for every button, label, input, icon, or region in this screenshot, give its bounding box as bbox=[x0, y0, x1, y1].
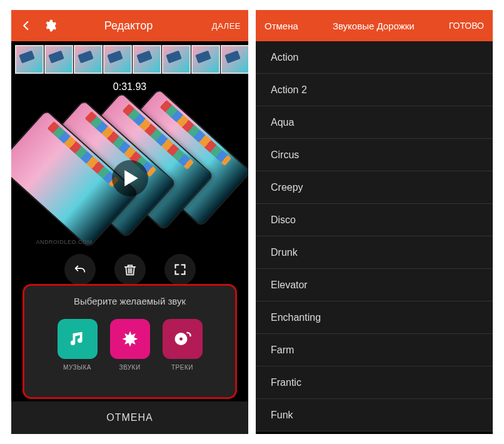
cancel-button[interactable]: ОТМЕНА bbox=[11, 401, 248, 434]
watermark: ANDROIDLEO.COM bbox=[36, 239, 93, 245]
editor-screen: Редактор ДАЛЕЕ 0:31.93 ANDROIDLE bbox=[11, 10, 248, 434]
fullscreen-button[interactable] bbox=[164, 254, 196, 285]
timeline-thumb[interactable] bbox=[191, 45, 220, 74]
undo-button[interactable] bbox=[64, 254, 96, 285]
timeline-thumb[interactable] bbox=[103, 45, 132, 74]
track-item[interactable]: Farm bbox=[256, 334, 493, 366]
next-button[interactable]: ДАЛЕЕ bbox=[212, 21, 241, 31]
track-item[interactable]: Aqua bbox=[256, 106, 493, 139]
video-preview[interactable]: ANDROIDLEO.COM bbox=[30, 110, 230, 246]
timecode: 0:31.93 bbox=[11, 81, 248, 93]
timeline-thumb[interactable] bbox=[221, 45, 248, 74]
sound-selection-panel: Выберите желаемый звук МУЗЫКА ЗВУКИ bbox=[23, 284, 237, 399]
tracks-icon bbox=[163, 319, 203, 359]
music-label: МУЗЫКА bbox=[58, 364, 98, 371]
track-item[interactable]: Frantic bbox=[256, 366, 493, 399]
play-icon[interactable] bbox=[112, 160, 148, 196]
tracks-option[interactable]: ТРЕКИ bbox=[163, 319, 203, 371]
done-button[interactable]: ГОТОВО bbox=[449, 21, 484, 31]
track-item[interactable]: Action bbox=[256, 41, 493, 74]
track-list[interactable]: Action Action 2 Aqua Circus Creepy Disco… bbox=[256, 41, 493, 431]
editor-header: Редактор ДАЛЕЕ bbox=[11, 10, 248, 41]
track-item[interactable]: Disco bbox=[256, 204, 493, 236]
tracks-header: Отмена Звуковые Дорожки ГОТОВО bbox=[256, 10, 493, 41]
timeline-thumb[interactable] bbox=[162, 45, 191, 74]
sounds-icon bbox=[110, 319, 150, 359]
timeline-thumb[interactable] bbox=[74, 45, 103, 74]
tracks-title: Звуковые Дорожки bbox=[333, 21, 415, 31]
track-item[interactable]: Enchanting bbox=[256, 301, 493, 334]
music-option[interactable]: МУЗЫКА bbox=[58, 319, 98, 371]
sounds-label: ЗВУКИ bbox=[110, 364, 150, 371]
track-item[interactable]: Drunk bbox=[256, 236, 493, 269]
timeline-thumb[interactable] bbox=[44, 45, 73, 74]
svg-point-1 bbox=[179, 338, 183, 341]
track-item[interactable]: Elevator bbox=[256, 269, 493, 301]
editor-title: Редактор bbox=[45, 19, 212, 33]
track-item[interactable]: Action 2 bbox=[256, 74, 493, 106]
track-item[interactable]: Creepy bbox=[256, 171, 493, 204]
timeline[interactable] bbox=[11, 41, 248, 75]
track-item[interactable]: Circus bbox=[256, 139, 493, 171]
music-icon bbox=[58, 319, 98, 359]
sound-panel-heading: Выберите желаемый звук bbox=[24, 296, 235, 306]
delete-button[interactable] bbox=[114, 254, 146, 285]
back-icon[interactable] bbox=[19, 20, 34, 31]
tracks-screen: Отмена Звуковые Дорожки ГОТОВО Action Ac… bbox=[256, 10, 493, 434]
sounds-option[interactable]: ЗВУКИ bbox=[110, 319, 150, 371]
timeline-thumb[interactable] bbox=[133, 45, 161, 74]
action-row bbox=[11, 254, 248, 285]
cancel-button[interactable]: Отмена bbox=[265, 21, 298, 31]
track-item[interactable]: Funk bbox=[256, 399, 493, 431]
tracks-label: ТРЕКИ bbox=[163, 364, 203, 371]
timeline-thumb[interactable] bbox=[15, 45, 44, 74]
